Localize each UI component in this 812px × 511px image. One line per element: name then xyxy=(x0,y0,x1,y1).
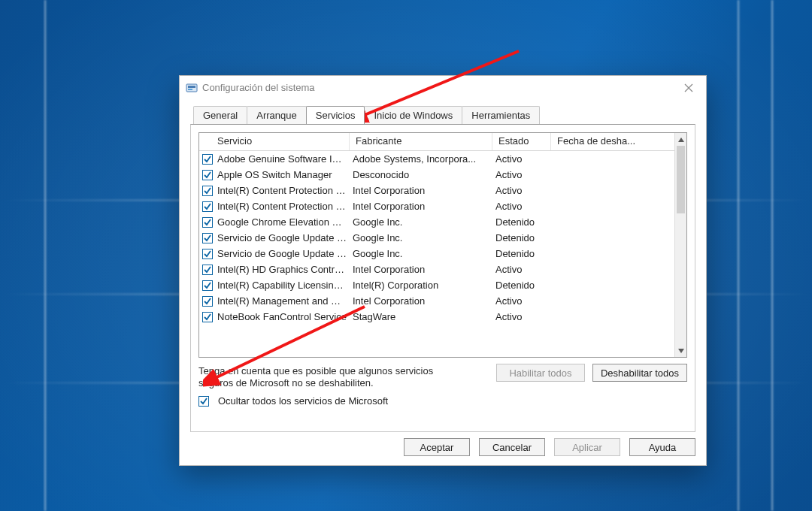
service-state: Detenido xyxy=(495,248,554,259)
service-name: Intel(R) HD Graphics Control Pa... xyxy=(217,264,353,275)
service-name: Servicio de Google Update (gup... xyxy=(217,248,353,259)
tab-herramientas[interactable]: Herramientas xyxy=(462,106,540,124)
table-row[interactable]: Google Chrome Elevation ServiceGoogle In… xyxy=(199,214,674,230)
tabstrip: General Arranque Servicios Inicio de Win… xyxy=(190,106,695,124)
checkbox-icon[interactable] xyxy=(202,217,213,228)
svg-rect-2 xyxy=(188,89,192,90)
col-fecha[interactable]: Fecha de desha... xyxy=(551,133,686,150)
service-manufacturer: Google Inc. xyxy=(353,248,495,259)
service-state: Activo xyxy=(495,169,554,180)
table-row[interactable]: Servicio de Google Update (gup...Google … xyxy=(199,246,674,262)
service-name: Intel(R) Management and Securi... xyxy=(217,295,353,307)
checkbox-icon[interactable] xyxy=(202,233,213,243)
scroll-up-button[interactable] xyxy=(675,133,686,146)
col-servicio[interactable]: Servicio xyxy=(199,133,350,150)
checkbox-icon[interactable] xyxy=(202,249,213,259)
table-row[interactable]: NoteBook FanControl ServiceStagWareActiv… xyxy=(199,309,674,325)
service-manufacturer: Intel(R) Corporation xyxy=(353,280,495,291)
tabpanel-servicios: Servicio Fabricante Estado Fecha de desh… xyxy=(190,124,695,432)
table-row[interactable]: Servicio de Google Update (gup...Google … xyxy=(199,230,674,246)
table-row[interactable]: Intel(R) Capability Licensing Ser...Inte… xyxy=(199,277,674,293)
service-state: Activo xyxy=(495,295,554,307)
service-manufacturer: Intel Corporation xyxy=(353,201,495,212)
list-body[interactable]: Adobe Genuine Software Integri...Adobe S… xyxy=(199,151,674,357)
list-header[interactable]: Servicio Fabricante Estado Fecha de desh… xyxy=(199,133,686,151)
tab-general[interactable]: General xyxy=(193,106,247,124)
service-state: Detenido xyxy=(495,280,554,291)
scroll-down-button[interactable] xyxy=(675,344,686,357)
col-estado[interactable]: Estado xyxy=(492,133,551,150)
checkbox-icon[interactable] xyxy=(202,201,213,212)
service-name: Adobe Genuine Software Integri... xyxy=(217,153,353,165)
help-button[interactable]: Ayuda xyxy=(629,438,695,456)
table-row[interactable]: Intel(R) Management and Securi...Intel C… xyxy=(199,293,674,309)
table-row[interactable]: Intel(R) HD Graphics Control Pa...Intel … xyxy=(199,262,674,277)
service-state: Activo xyxy=(495,311,554,322)
col-fabricante[interactable]: Fabricante xyxy=(350,133,492,150)
checkbox-icon[interactable] xyxy=(202,265,213,275)
checkbox-icon[interactable] xyxy=(202,170,213,180)
apply-button[interactable]: Aplicar xyxy=(554,438,620,456)
msconfig-window: Configuración del sistema General Arranq… xyxy=(179,75,707,466)
service-manufacturer: Adobe Systems, Incorpora... xyxy=(353,153,495,165)
service-manufacturer: Google Inc. xyxy=(353,232,495,243)
close-button[interactable] xyxy=(676,80,701,96)
table-row[interactable]: Apple OS Switch ManagerDesconocidoActivo xyxy=(199,167,674,183)
tab-inicio-windows[interactable]: Inicio de Windows xyxy=(364,106,462,124)
checkbox-icon[interactable] xyxy=(202,154,213,165)
enable-all-button[interactable]: Habilitar todos xyxy=(496,364,585,382)
service-name: Intel(R) Capability Licensing Ser... xyxy=(217,280,353,291)
service-manufacturer: Intel Corporation xyxy=(353,295,495,307)
vertical-scrollbar[interactable] xyxy=(674,133,686,357)
window-title: Configuración del sistema xyxy=(202,82,676,93)
services-listbox: Servicio Fabricante Estado Fecha de desh… xyxy=(198,132,687,358)
service-state: Detenido xyxy=(495,232,554,243)
checkbox-icon[interactable] xyxy=(202,186,213,196)
svg-rect-1 xyxy=(188,86,195,88)
table-row[interactable]: Adobe Genuine Software Integri...Adobe S… xyxy=(199,151,674,167)
service-state: Activo xyxy=(495,201,554,212)
service-name: Intel(R) Content Protection HEC... xyxy=(217,185,353,196)
service-state: Activo xyxy=(495,264,554,275)
service-name: NoteBook FanControl Service xyxy=(217,311,353,322)
msconfig-icon xyxy=(186,82,198,94)
service-name: Apple OS Switch Manager xyxy=(217,169,353,180)
service-state: Detenido xyxy=(495,216,554,228)
service-manufacturer: Google Inc. xyxy=(353,216,495,228)
disable-warning-text: Tenga en cuenta que es posible que algun… xyxy=(198,365,469,390)
ok-button[interactable]: Aceptar xyxy=(404,438,470,456)
service-manufacturer: Desconocido xyxy=(353,169,495,180)
service-manufacturer: Intel Corporation xyxy=(353,185,495,196)
checkbox-icon[interactable] xyxy=(202,312,213,322)
tab-arranque[interactable]: Arranque xyxy=(247,106,306,124)
service-manufacturer: StagWare xyxy=(353,311,495,322)
service-name: Servicio de Google Update (gup... xyxy=(217,232,353,243)
scroll-thumb[interactable] xyxy=(677,146,685,213)
hide-microsoft-services-label: Ocultar todos los servicios de Microsoft xyxy=(218,395,388,407)
tab-servicios[interactable]: Servicios xyxy=(306,106,365,124)
service-state: Activo xyxy=(495,153,554,165)
service-manufacturer: Intel Corporation xyxy=(353,264,495,275)
disable-all-button[interactable]: Deshabilitar todos xyxy=(592,364,687,382)
table-row[interactable]: Intel(R) Content Protection HEC...Intel … xyxy=(199,183,674,198)
service-state: Activo xyxy=(495,185,554,196)
hide-microsoft-services-checkbox[interactable]: Ocultar todos los servicios de Microsoft xyxy=(198,395,388,407)
checkbox-icon[interactable] xyxy=(202,296,213,307)
cancel-button[interactable]: Cancelar xyxy=(479,438,545,456)
table-row[interactable]: Intel(R) Content Protection HDC...Intel … xyxy=(199,198,674,214)
service-name: Google Chrome Elevation Service xyxy=(217,216,353,228)
checkbox-icon[interactable] xyxy=(202,280,213,291)
titlebar[interactable]: Configuración del sistema xyxy=(180,76,706,100)
service-name: Intel(R) Content Protection HDC... xyxy=(217,201,353,212)
checkbox-icon xyxy=(198,396,209,407)
